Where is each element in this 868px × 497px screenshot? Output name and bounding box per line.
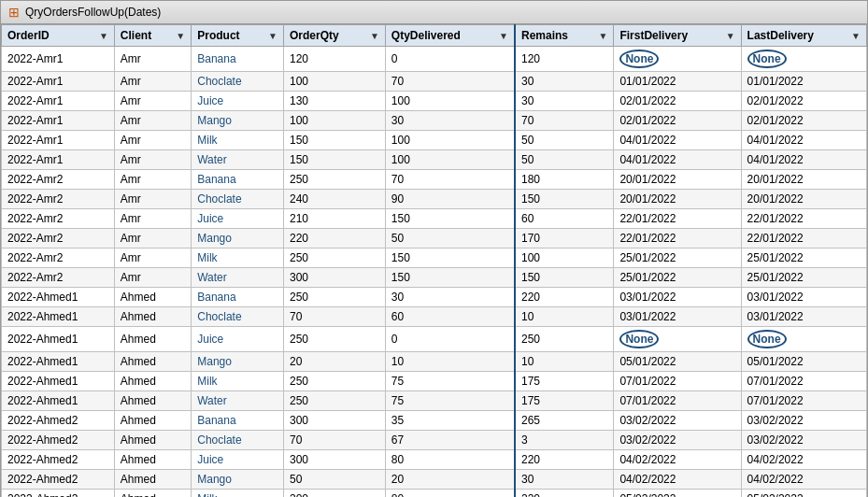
table-cell: 80 — [385, 490, 515, 498]
table-cell: 25/01/2022 — [614, 248, 741, 268]
table-cell: 03/01/2022 — [741, 307, 866, 327]
table-row: 2022-Amr1AmrMango100307002/01/202202/01/… — [2, 111, 867, 131]
table-row: 2022-Amr1AmrJuice1301003002/01/202202/01… — [2, 92, 867, 111]
product-filter-arrow[interactable]: ▼ — [268, 31, 277, 41]
table-cell: 0 — [385, 327, 515, 352]
table-cell: 2022-Amr2 — [2, 190, 115, 209]
table-cell: 05/01/2022 — [614, 352, 741, 372]
window-title: QryOrdersFollowUp(Dates) — [25, 6, 161, 19]
table-cell: Amr — [114, 229, 191, 248]
table-cell: 2022-Amr1 — [2, 150, 115, 170]
table-cell: 250 — [284, 288, 386, 307]
table-cell: 220 — [515, 450, 614, 470]
table-cell: 100 — [515, 248, 614, 268]
table-cell: Juice — [192, 92, 284, 111]
firstdelivery-filter-arrow[interactable]: ▼ — [726, 31, 735, 41]
col-header-lastdelivery[interactable]: LastDelivery ▼ — [741, 25, 866, 47]
table-cell: 240 — [284, 190, 386, 209]
table-cell: 25/01/2022 — [614, 268, 741, 288]
table-cell: 22/01/2022 — [741, 229, 866, 248]
table-cell: 100 — [385, 131, 515, 150]
table-cell: Amr — [114, 150, 191, 170]
table-cell: 50 — [284, 470, 386, 490]
table-row: 2022-Amr2AmrMilk25015010025/01/202225/01… — [2, 248, 867, 268]
none-badge: None — [619, 50, 659, 68]
table-cell: 150 — [515, 268, 614, 288]
col-header-firstdelivery[interactable]: FirstDelivery ▼ — [614, 25, 741, 47]
table-cell: 150 — [284, 131, 386, 150]
table-row: 2022-Ahmed1AhmedWater2507517507/01/20220… — [2, 391, 867, 411]
col-header-client[interactable]: Client ▼ — [114, 25, 191, 47]
table-cell: 02/01/2022 — [741, 111, 866, 131]
none-badge: None — [747, 50, 787, 68]
col-header-orderid[interactable]: OrderID ▼ — [2, 25, 115, 47]
table-cell: 70 — [515, 111, 614, 131]
table-cell: 70 — [385, 170, 515, 190]
table-cell: Juice — [192, 209, 284, 229]
table-cell: 2022-Ahmed1 — [2, 352, 115, 372]
table-cell: Ahmed — [114, 288, 191, 307]
col-header-qtydelivered[interactable]: QtyDelivered ▼ — [385, 25, 515, 47]
table-cell: Ahmed — [114, 411, 191, 431]
table-row: 2022-Ahmed1AhmedBanana2503022003/01/2022… — [2, 288, 867, 307]
table-cell: 10 — [385, 352, 515, 372]
table-cell: 250 — [284, 327, 386, 352]
table-cell: 75 — [385, 372, 515, 391]
table-cell: 220 — [515, 490, 614, 498]
table-row: 2022-Ahmed1AhmedJuice2500250NoneNone — [2, 327, 867, 352]
table-cell: Ahmed — [114, 391, 191, 411]
table-cell: 03/02/2022 — [741, 411, 866, 431]
table-cell: 2022-Amr1 — [2, 131, 115, 150]
table-cell: Milk — [192, 372, 284, 391]
lastdelivery-filter-arrow[interactable]: ▼ — [851, 31, 861, 41]
table-cell: 2022-Amr2 — [2, 229, 115, 248]
table-cell: 03/01/2022 — [741, 288, 866, 307]
table-cell: 210 — [284, 209, 386, 229]
table-cell: Water — [192, 391, 284, 411]
col-header-remains[interactable]: Remains ▼ — [515, 25, 614, 47]
table-cell: Choclate — [192, 307, 284, 327]
table-cell: 03/02/2022 — [741, 431, 866, 450]
table-row: 2022-Amr1AmrMilk1501005004/01/202204/01/… — [2, 131, 867, 150]
orderqty-filter-arrow[interactable]: ▼ — [370, 31, 379, 41]
qtydelivered-filter-arrow[interactable]: ▼ — [499, 31, 508, 41]
col-header-orderqty[interactable]: OrderQty ▼ — [284, 25, 386, 47]
table-cell: 220 — [515, 288, 614, 307]
table-cell: Water — [192, 268, 284, 288]
table-cell: 30 — [385, 111, 515, 131]
table-container[interactable]: OrderID ▼ Client ▼ Product ▼ — [1, 24, 867, 497]
table-cell: 20 — [385, 470, 515, 490]
table-cell: 130 — [284, 92, 386, 111]
table-row: 2022-Amr2AmrJuice2101506022/01/202222/01… — [2, 209, 867, 229]
table-cell: 100 — [385, 150, 515, 170]
orderid-filter-arrow[interactable]: ▼ — [99, 31, 108, 41]
table-cell: 2022-Amr1 — [2, 111, 115, 131]
client-filter-arrow[interactable]: ▼ — [176, 31, 185, 41]
table-cell: 02/01/2022 — [614, 111, 741, 131]
table-cell: Mango — [192, 229, 284, 248]
table-row: 2022-Ahmed1AhmedChoclate70601003/01/2022… — [2, 307, 867, 327]
table-cell: Ahmed — [114, 327, 191, 352]
table-row: 2022-Ahmed1AhmedMango20101005/01/202205/… — [2, 352, 867, 372]
table-row: 2022-Ahmed2AhmedMilk3008022005/02/202205… — [2, 490, 867, 498]
col-header-product[interactable]: Product ▼ — [192, 25, 284, 47]
table-row: 2022-Ahmed2AhmedBanana3003526503/02/2022… — [2, 411, 867, 431]
table-cell: Ahmed — [114, 490, 191, 498]
table-row: 2022-Ahmed2AhmedMango50203004/02/202204/… — [2, 470, 867, 490]
table-cell: 175 — [515, 391, 614, 411]
table-row: 2022-Amr2AmrMango2205017022/01/202222/01… — [2, 229, 867, 248]
table-cell: Ahmed — [114, 470, 191, 490]
table-cell: Ahmed — [114, 431, 191, 450]
table-cell: 50 — [515, 150, 614, 170]
table-cell: 100 — [385, 92, 515, 111]
table-cell: 2022-Ahmed1 — [2, 391, 115, 411]
table-cell: 04/01/2022 — [741, 131, 866, 150]
table-cell: 03/01/2022 — [614, 288, 741, 307]
header-row: OrderID ▼ Client ▼ Product ▼ — [2, 25, 867, 47]
table-cell: 150 — [515, 190, 614, 209]
table-cell: 2022-Ahmed2 — [2, 450, 115, 470]
remains-filter-arrow[interactable]: ▼ — [598, 31, 607, 41]
table-cell: Amr — [114, 268, 191, 288]
data-table: OrderID ▼ Client ▼ Product ▼ — [1, 24, 867, 497]
table-cell: Juice — [192, 327, 284, 352]
